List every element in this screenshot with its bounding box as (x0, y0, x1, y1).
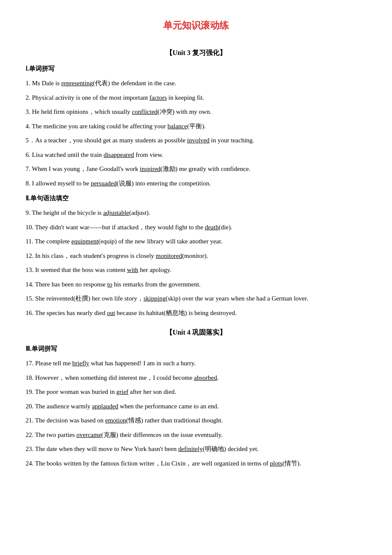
item-text: 20. The audience warmly applauded when t… (26, 403, 219, 410)
section3-title: Ⅲ.单词拼写 (26, 343, 366, 355)
unit3-heading: 【Unit 3 复习强化】 (26, 47, 366, 59)
underline-word: equipment (71, 238, 98, 245)
list-item: 15. She reinvented(杜撰) her own life stor… (26, 292, 366, 305)
list-item: 2. Physical activity is one of the most … (26, 92, 366, 104)
item-text: 19. The poor woman was buried in grief a… (26, 388, 176, 395)
item-text: 13. It seemed that the boss was content … (26, 266, 171, 273)
underline-word: plots (270, 460, 282, 467)
list-item: 20. The audience warmly applauded when t… (26, 400, 366, 413)
underline-word: definitely (178, 445, 202, 452)
list-item: 23. The date when they will move to New … (26, 443, 366, 455)
page-title: 单元知识滚动练 (26, 17, 366, 34)
underline-word: balance (167, 123, 187, 130)
item-text: 9. The height of the bicycle is adjustab… (26, 209, 150, 216)
list-item: 14. There has been no response to his re… (26, 278, 366, 291)
list-item: 6. Lisa watched until the train disappea… (26, 149, 366, 161)
underline-word: monitored (156, 252, 182, 259)
list-item: 13. It seemed that the boss was content … (26, 264, 366, 276)
item-text: 24. The books written by the famous fict… (26, 460, 301, 467)
list-item: 3. He held firm opinions，which usually c… (26, 106, 366, 118)
underline-word: conflicted (132, 108, 158, 115)
list-item: 24. The books written by the famous fict… (26, 457, 366, 470)
list-item: 1. Ms Dale is representing(代表) the defen… (26, 77, 366, 90)
item-text: 5．As a teacher，you should get as many st… (26, 137, 254, 144)
list-item: 17. Please tell me briefly what has happ… (26, 357, 366, 370)
underline-word: with (127, 266, 138, 273)
list-item: 18. However，when something did interest … (26, 372, 366, 384)
item-text: 14. There has been no response to his re… (26, 281, 201, 288)
item-text: 6. Lisa watched until the train disappea… (26, 151, 163, 158)
item-text: 11. The complete equipment(equip) of the… (26, 238, 222, 245)
list-item: 5．As a teacher，you should get as many st… (26, 134, 366, 147)
list-item: 12. In his class，each student's progress… (26, 250, 366, 262)
underline-word: grief (116, 388, 128, 395)
list-item: 10. They didn't want war——but if attacke… (26, 221, 366, 234)
underline-word: briefly (72, 360, 89, 367)
underline-word: factors (150, 94, 167, 101)
underline-word: out (107, 309, 115, 316)
list-item: 11. The complete equipment(equip) of the… (26, 235, 366, 248)
list-item: 8. I allowed myself to be persuaded(说服) … (26, 177, 366, 190)
item-text: 18. However，when something did interest … (26, 374, 219, 381)
item-text: 10. They didn't want war——but if attacke… (26, 224, 232, 231)
underline-word: emotion (105, 417, 126, 424)
underline-word: representing (61, 80, 93, 87)
unit4-heading: 【Unit 4 巩固落实】 (26, 327, 366, 339)
list-item: 4. The medicine you are taking could be … (26, 120, 366, 133)
underline-word: to (107, 281, 112, 288)
underline-word: overcame (76, 431, 101, 438)
underline-word: involved (187, 137, 210, 144)
list-item: 16. The species has nearly died out beca… (26, 307, 366, 319)
list-item: 21. The decision was based on emotion(情感… (26, 414, 366, 427)
item-text: 21. The decision was based on emotion(情感… (26, 417, 223, 424)
item-number: 1. Ms Dale is representing(代表) the defen… (26, 80, 176, 87)
list-item: 9. The height of the bicycle is adjustab… (26, 207, 366, 219)
item-number: 2. Physical activity is one of the most … (26, 94, 204, 101)
item-text: 16. The species has nearly died out beca… (26, 309, 236, 316)
item-text: 22. The two parties overcame(克服) their d… (26, 431, 223, 438)
section1-title: Ⅰ.单词拼写 (26, 63, 366, 75)
item-text: 23. The date when they will move to New … (26, 445, 259, 452)
underline-word: absorbed (194, 374, 217, 381)
item-text: 8. I allowed myself to be persuaded(说服) … (26, 180, 211, 187)
list-item: 7. When I was young，Jane Goodall's work … (26, 163, 366, 175)
item-text: 17. Please tell me briefly what has happ… (26, 360, 196, 367)
list-item: 19. The poor woman was buried in grief a… (26, 386, 366, 398)
underline-word: applauded (92, 403, 118, 410)
underline-word: adjustable (103, 209, 129, 216)
underline-word: disappeared (104, 151, 134, 158)
item-text: 12. In his class，each student's progress… (26, 252, 208, 259)
list-item: 22. The two parties overcame(克服) their d… (26, 429, 366, 441)
item-text: 15. She reinvented(杜撰) her own life stor… (26, 295, 308, 302)
underline-word: persuaded (91, 180, 117, 187)
item-text: 7. When I was young，Jane Goodall's work … (26, 165, 251, 172)
section2-title: Ⅱ.单句语法填空 (26, 193, 366, 204)
underline-word: death (205, 224, 219, 231)
item-number: 4. The medicine you are taking could be … (26, 123, 206, 130)
underline-word: skipping (144, 295, 166, 302)
underline-word: inspired (140, 165, 160, 172)
item-number: 3. He held firm opinions，which usually c… (26, 108, 211, 115)
